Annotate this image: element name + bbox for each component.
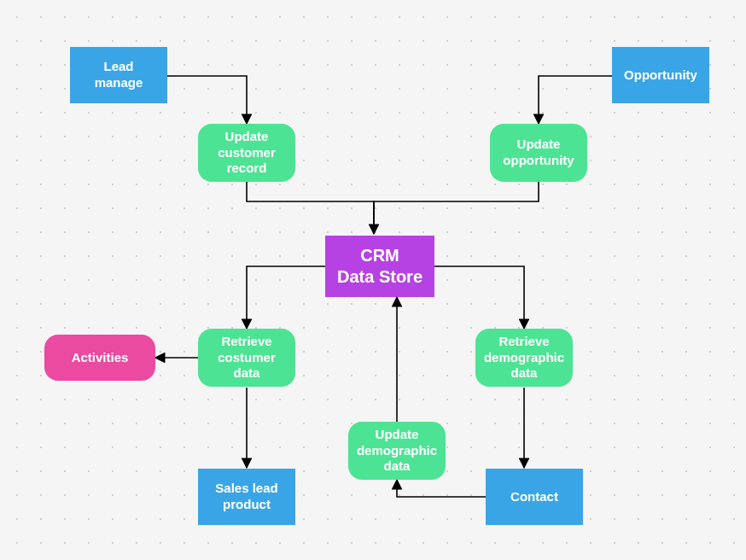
node-opportunity[interactable]: Opportunity	[612, 47, 709, 103]
node-crm-data-store[interactable]: CRM Data Store	[325, 236, 434, 297]
node-retrieve-customer-data[interactable]: Retrieve costumer data	[198, 329, 295, 387]
node-label: Update customer record	[207, 129, 287, 177]
node-retrieve-demographic-data[interactable]: Retrieve demographic data	[475, 329, 573, 387]
node-label: Sales lead product	[207, 481, 287, 513]
node-label: CRM Data Store	[337, 245, 423, 288]
node-update-customer-record[interactable]: Update customer record	[198, 124, 295, 182]
node-label: Retrieve demographic data	[484, 334, 564, 382]
node-contact[interactable]: Contact	[486, 469, 583, 525]
node-update-opportunity[interactable]: Update opportunity	[490, 124, 587, 182]
node-label: Retrieve costumer data	[207, 334, 287, 382]
node-lead-manage[interactable]: Lead manage	[70, 47, 167, 103]
node-label: Opportunity	[624, 67, 697, 84]
node-label: Contact	[510, 489, 558, 505]
node-update-demographic-data[interactable]: Update demographic data	[348, 422, 446, 480]
node-sales-lead-product[interactable]: Sales lead product	[198, 469, 295, 525]
node-activities[interactable]: Activities	[44, 335, 155, 381]
node-label: Update demographic data	[357, 427, 437, 475]
node-label: Lead manage	[79, 59, 159, 91]
node-label: Update opportunity	[498, 137, 579, 169]
node-label: Activities	[72, 350, 129, 366]
